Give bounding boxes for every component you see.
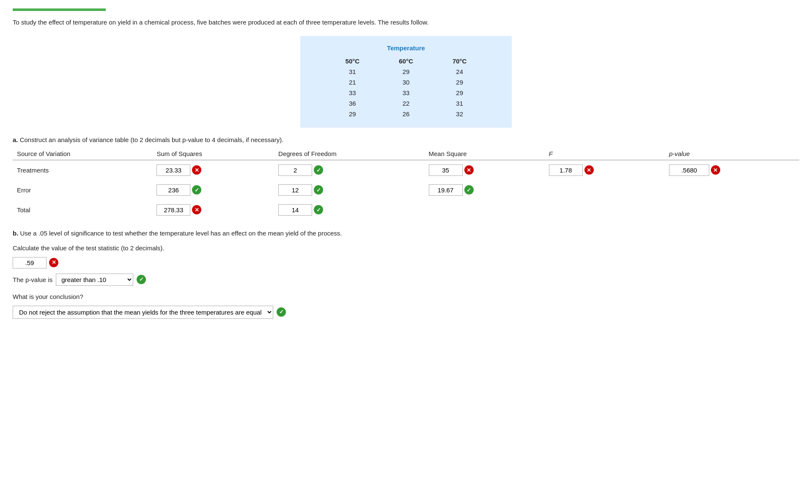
anova-f-cell [545,200,665,220]
ss-input[interactable] [156,204,190,216]
temp-cell: 29 [379,66,433,77]
p-value-label: The p-value is [13,274,52,285]
temperature-table-wrapper: Temperature 50°C 60°C 70°C 3129242130293… [13,36,799,128]
part-b-section: b. Use a .05 level of significance to te… [13,227,799,319]
f-input[interactable] [549,164,583,176]
temp-cell: 29 [326,109,379,119]
anova-source: Total [13,200,152,220]
conclusion-correct-icon: ✓ [277,307,286,317]
ms-input[interactable] [429,164,463,176]
temp-cell: 31 [326,66,379,77]
header-f: F [545,148,665,160]
ss-input[interactable] [156,184,190,196]
anova-row: Treatments✕✓✕✕✕ [13,160,799,180]
df-input[interactable] [278,184,312,196]
anova-pv-cell: ✕ [665,160,799,180]
anova-df-cell: ✓ [274,180,424,200]
df-status-icon: ✓ [314,165,323,175]
test-stat-input[interactable] [13,257,47,268]
temp-cell: 36 [326,98,379,109]
col-60: 60°C [379,56,433,66]
df-input[interactable] [278,164,312,176]
p-value-correct-icon: ✓ [137,275,146,284]
anova-table: Source of Variation Sum of Squares Degre… [13,148,799,220]
temperature-data-table: 50°C 60°C 70°C 3129242130293333293622312… [326,56,486,119]
ms-input[interactable] [429,184,463,196]
pv-status-icon: ✕ [711,165,720,175]
df-status-icon: ✓ [314,185,323,194]
part-a-bold: a. [13,136,18,143]
temp-cell: 29 [433,88,486,98]
temp-cell: 26 [379,109,433,119]
ms-status-icon: ✓ [464,185,474,194]
test-stat-row: ✕ [13,257,799,268]
conclusion-row: Do not reject the assumption that the me… [13,306,799,319]
ms-status-icon: ✕ [464,165,474,175]
what-conclusion-label: What is your conclusion? [13,291,799,302]
part-a-label: a. Construct an analysis of variance tab… [13,136,799,143]
anova-f-cell [545,180,665,200]
part-a-description: Construct an analysis of variance table … [20,136,284,143]
top-progress-bar [13,8,106,11]
anova-ms-cell: ✓ [425,180,545,200]
anova-ss-cell: ✕ [152,160,274,180]
header-ms: Mean Square [425,148,545,160]
temp-cell: 29 [433,77,486,88]
temp-cell: 24 [433,66,486,77]
header-pv: p-value [665,148,799,160]
pv-input[interactable] [669,164,709,176]
part-b-text: b. Use a .05 level of significance to te… [13,227,799,239]
df-status-icon: ✓ [314,205,323,214]
anova-ss-cell: ✕ [152,200,274,220]
temperature-header: Temperature [326,44,486,52]
anova-row: Total✕✓ [13,200,799,220]
calc-label: Calculate the value of the test statisti… [13,242,799,254]
anova-row: Error✓✓✓ [13,180,799,200]
anova-pv-cell [665,200,799,220]
temp-cell: 30 [379,77,433,88]
header-source: Source of Variation [13,148,152,160]
anova-df-cell: ✓ [274,160,424,180]
anova-pv-cell [665,180,799,200]
test-stat-wrong-icon: ✕ [49,258,58,267]
p-value-select[interactable]: less than .01between .01 and .025between… [56,274,133,286]
col-50: 50°C [326,56,379,66]
part-b-description: Use a .05 level of significance to test … [20,230,342,237]
temp-cell: 31 [433,98,486,109]
header-df: Degrees of Freedom [274,148,424,160]
temp-cell: 33 [379,88,433,98]
anova-df-cell: ✓ [274,200,424,220]
anova-source: Error [13,180,152,200]
anova-f-cell: ✕ [545,160,665,180]
part-b-label: b. [13,230,18,237]
col-70: 70°C [433,56,486,66]
p-value-row: The p-value is less than .01between .01 … [13,274,799,286]
ss-status-icon: ✕ [192,205,201,214]
f-status-icon: ✕ [584,165,594,175]
temp-cell: 33 [326,88,379,98]
temperature-table-container: Temperature 50°C 60°C 70°C 3129242130293… [300,36,512,128]
df-input[interactable] [278,204,312,216]
temp-cell: 22 [379,98,433,109]
anova-ms-cell [425,200,545,220]
ss-status-icon: ✓ [192,185,201,194]
anova-source: Treatments [13,160,152,180]
intro-text: To study the effect of temperature on yi… [13,18,799,27]
ss-input[interactable] [156,164,190,176]
conclusion-select[interactable]: Do not reject the assumption that the me… [13,306,273,319]
anova-ss-cell: ✓ [152,180,274,200]
header-ss: Sum of Squares [152,148,274,160]
temp-cell: 32 [433,109,486,119]
ss-status-icon: ✕ [192,165,201,175]
temp-cell: 21 [326,77,379,88]
anova-ms-cell: ✕ [425,160,545,180]
